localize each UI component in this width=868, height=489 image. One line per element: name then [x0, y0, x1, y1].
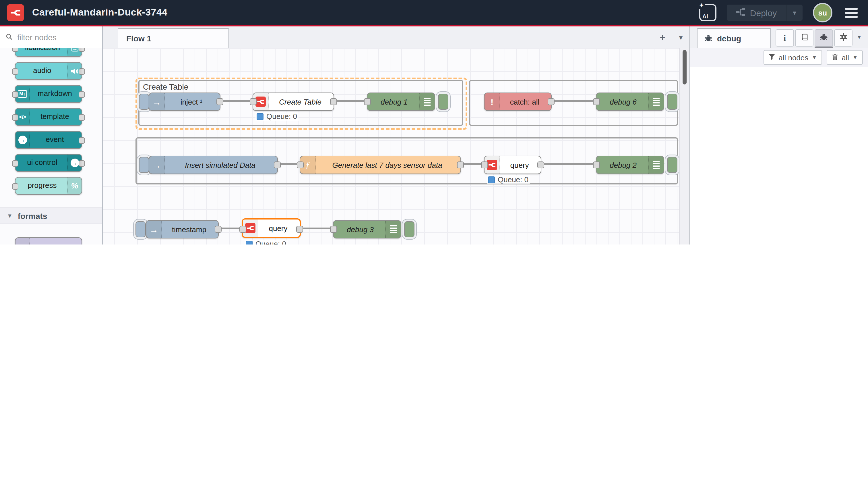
port-out[interactable]	[296, 226, 303, 233]
flow-list-chevron[interactable]: ▾	[674, 31, 688, 44]
status-dot-icon	[257, 113, 264, 120]
deploy-label: Deploy	[750, 8, 777, 18]
palette-node-progress[interactable]: progress %	[15, 177, 82, 195]
debug-filter-button[interactable]: all nodes ▼	[764, 50, 822, 65]
debug-tab-button[interactable]	[815, 29, 833, 47]
node-inject1[interactable]: → inject ¹	[149, 92, 220, 111]
port[interactable]	[12, 160, 19, 166]
palette-node-event[interactable]: → event	[15, 131, 82, 149]
palette-node-notification[interactable]: notification	[15, 48, 82, 57]
port-out[interactable]	[457, 162, 464, 168]
help-tab-button[interactable]	[795, 29, 813, 47]
chevron-down-icon: ▼	[812, 55, 817, 60]
inject-trigger-button[interactable]	[139, 157, 149, 173]
inject-arrow-icon: →	[149, 156, 165, 174]
palette-section-formats[interactable]: ▼ formats	[0, 207, 102, 224]
node-query2[interactable]: query	[484, 156, 541, 174]
wire[interactable]	[299, 228, 333, 229]
node-debug3[interactable]: debug 3	[333, 220, 401, 238]
port-out[interactable]	[548, 98, 555, 105]
bug-icon	[820, 33, 828, 43]
add-flow-button[interactable]: +	[656, 31, 670, 44]
info-tab-button[interactable]: i	[776, 29, 794, 47]
debug-toggle-button[interactable]	[667, 94, 677, 110]
palette-node-datetime-formatter[interactable]: Date/Time Formatter	[15, 237, 82, 244]
palette-node-template[interactable]: </> template	[15, 108, 82, 126]
wire[interactable]	[219, 100, 253, 102]
ai-assistant-button[interactable]: ✦ AI	[700, 4, 717, 21]
debug-output-icon	[648, 156, 663, 174]
port[interactable]	[79, 137, 85, 143]
node-debug6[interactable]: debug 6	[596, 92, 664, 111]
debug-toggle-button[interactable]	[667, 157, 677, 173]
port-in[interactable]	[297, 162, 304, 168]
deploy-nodes-icon	[736, 8, 745, 18]
main-menu-button[interactable]	[843, 5, 860, 20]
deploy-button[interactable]: Deploy ▼	[727, 5, 803, 21]
tab-flow-1[interactable]: Flow 1	[118, 28, 229, 48]
search-icon	[6, 32, 12, 42]
node-create-table-query[interactable]: Create Table	[253, 92, 334, 111]
port-out[interactable]	[537, 162, 544, 168]
port[interactable]	[79, 91, 85, 97]
node-debug2[interactable]: debug 2	[596, 156, 664, 174]
port-out[interactable]	[274, 162, 281, 168]
markdown-icon: M↓	[16, 86, 30, 102]
palette-node-audio[interactable]: audio	[15, 62, 82, 80]
port-in[interactable]	[364, 98, 371, 105]
port[interactable]	[12, 183, 19, 189]
flow-canvas[interactable]: Create Table → inject ¹ Create Table	[103, 48, 689, 244]
bell-icon	[67, 48, 82, 56]
node-status-queue: Queue: 0	[487, 175, 530, 184]
port-in[interactable]	[330, 226, 337, 233]
flowfuse-logo-icon[interactable]	[7, 4, 24, 21]
node-status-queue: Queue: 0	[245, 240, 287, 244]
inject-arrow-icon: →	[146, 221, 162, 238]
node-catch-all[interactable]: ! catch: all	[484, 92, 552, 111]
debug-clear-button[interactable]: all ▼	[827, 50, 863, 65]
palette-node-ui-control[interactable]: ui control →	[15, 154, 82, 172]
debug-toggle-button[interactable]	[404, 221, 414, 237]
deploy-options-chevron[interactable]: ▼	[786, 9, 803, 16]
node-timestamp[interactable]: → timestamp	[146, 220, 219, 238]
canvas-vertical-scroll-track[interactable]	[679, 48, 689, 244]
tab-debug[interactable]: debug	[697, 28, 771, 48]
debug-toggle-button[interactable]	[438, 94, 448, 110]
sidebar-menu-chevron[interactable]: ▾	[858, 33, 861, 41]
node-insert-simulated-data[interactable]: → Insert simulated Data	[149, 156, 278, 174]
user-avatar[interactable]: su	[813, 3, 832, 22]
config-tab-button[interactable]	[834, 29, 852, 47]
palette-filter-input[interactable]	[16, 32, 93, 42]
node-palette: notification audio M↓ markdown	[0, 26, 103, 244]
palette-node-markdown[interactable]: M↓ markdown	[15, 85, 82, 103]
node-query3-selected[interactable]: query	[242, 218, 301, 238]
speaker-icon	[67, 63, 82, 79]
port[interactable]	[79, 114, 85, 120]
node-generate-sensor-data[interactable]: ƒ Generate last 7 days sensor data	[300, 156, 461, 174]
port-out[interactable]	[216, 98, 223, 105]
wire[interactable]	[540, 163, 596, 165]
sidebar-tab-bar: debug i ▾	[690, 26, 868, 48]
code-icon: </>	[16, 109, 30, 125]
chevron-down-icon: ▼	[852, 55, 858, 60]
port-out[interactable]	[215, 226, 222, 233]
arrow-circle-icon: →	[16, 132, 30, 148]
port-in[interactable]	[593, 162, 600, 168]
arrow-circle-icon: →	[67, 154, 82, 171]
port-in[interactable]	[250, 98, 257, 105]
group-label: Create Table	[143, 82, 188, 91]
port-out[interactable]	[330, 98, 337, 105]
inject-trigger-button[interactable]	[135, 221, 146, 237]
wire[interactable]	[551, 100, 596, 102]
inject-trigger-button[interactable]	[139, 94, 149, 110]
node-debug1[interactable]: debug 1	[367, 92, 435, 111]
port-in[interactable]	[481, 162, 488, 168]
port-in[interactable]	[239, 226, 246, 233]
percent-icon: %	[67, 177, 82, 194]
canvas-vertical-scrollbar[interactable]	[683, 50, 687, 84]
port-in[interactable]	[593, 98, 600, 105]
wire[interactable]	[333, 100, 367, 102]
palette-scroll-area: notification audio M↓ markdown	[0, 48, 102, 244]
port[interactable]	[12, 48, 19, 51]
port[interactable]	[12, 68, 19, 75]
